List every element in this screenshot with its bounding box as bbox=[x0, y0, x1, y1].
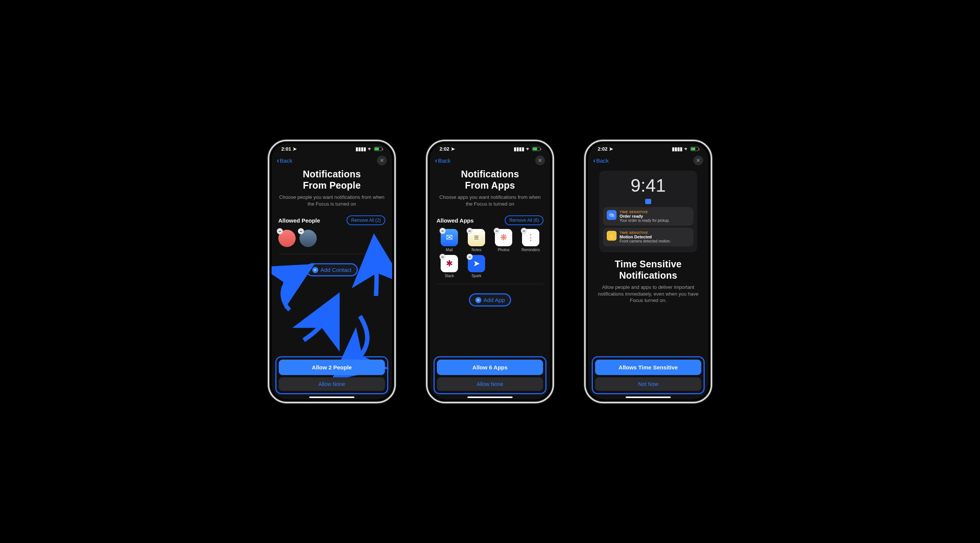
chevron-left-icon: ‹ bbox=[277, 157, 279, 165]
app-icon: –✱ bbox=[441, 255, 458, 272]
location-icon: ➤ bbox=[609, 146, 613, 152]
lockscreen-preview: 9:41 🛍TIME SENSITIVEOrder readyYour orde… bbox=[599, 171, 697, 252]
app-icon: –➤ bbox=[468, 255, 485, 272]
footer-buttons: Allows Time Sensitive Not Now bbox=[592, 356, 705, 394]
phone-time-sensitive: 2:02➤ ▮▮▮▮ᯤ ‹Back ✕ 9:41 🛍TIME SENSITIVE… bbox=[584, 140, 712, 403]
battery-icon bbox=[532, 147, 541, 151]
page-title: NotificationsFrom People bbox=[278, 168, 385, 191]
add-contact-button[interactable]: ＋ Add Contact bbox=[306, 263, 358, 276]
app-label: Spark bbox=[471, 274, 481, 278]
remove-app-icon[interactable]: – bbox=[467, 228, 473, 234]
footer-buttons: Allow 6 Apps Allow None bbox=[433, 356, 547, 394]
close-button[interactable]: ✕ bbox=[377, 156, 387, 165]
allowed-contact[interactable]: – bbox=[278, 230, 296, 247]
app-icon: –⋮ bbox=[522, 229, 539, 246]
notification-tag: TIME SENSITIVE bbox=[620, 210, 690, 214]
add-app-button[interactable]: ＋ Add App bbox=[469, 293, 511, 306]
allowed-app[interactable]: –⋮Reminders bbox=[518, 229, 544, 252]
app-label: Notes bbox=[471, 248, 481, 252]
signal-icon: ▮▮▮▮ bbox=[672, 146, 682, 152]
wifi-icon: ᯤ bbox=[368, 146, 372, 152]
allow-none-button[interactable]: Allow None bbox=[437, 377, 543, 391]
phone-apps: 2:02➤ ▮▮▮▮ᯤ ‹Back ✕ NotificationsFrom Ap… bbox=[426, 140, 554, 403]
chevron-left-icon: ‹ bbox=[435, 157, 437, 165]
notification-app-icon: 🛍 bbox=[607, 210, 617, 220]
status-bar: 2:01➤ ▮▮▮▮ᯤ bbox=[272, 143, 392, 152]
preview-notification: ⌂TIME SENSITIVEMotion DetectedFront came… bbox=[603, 228, 694, 246]
divider bbox=[436, 284, 544, 284]
add-contact-label: Add Contact bbox=[320, 267, 352, 273]
remove-app-icon[interactable]: – bbox=[439, 228, 445, 234]
signal-icon: ▮▮▮▮ bbox=[514, 146, 524, 152]
location-icon: ➤ bbox=[451, 146, 455, 152]
status-time: 2:02 bbox=[598, 146, 608, 152]
status-bar: 2:02➤ ▮▮▮▮ᯤ bbox=[588, 143, 708, 152]
preview-notification: 🛍TIME SENSITIVEOrder readyYour order is … bbox=[603, 207, 694, 225]
divider bbox=[278, 254, 385, 254]
close-button[interactable]: ✕ bbox=[535, 156, 545, 165]
close-button[interactable]: ✕ bbox=[694, 156, 703, 165]
back-button[interactable]: ‹Back bbox=[277, 157, 292, 165]
preview-time: 9:41 bbox=[603, 175, 694, 196]
close-icon: ✕ bbox=[696, 157, 700, 164]
allowed-people-label: Allowed People bbox=[278, 217, 320, 224]
chevron-left-icon: ‹ bbox=[593, 157, 595, 165]
app-label: Photos bbox=[498, 248, 509, 252]
app-label: Mail bbox=[446, 248, 453, 252]
status-time: 2:02 bbox=[439, 146, 449, 152]
app-icon: –❋ bbox=[495, 229, 512, 246]
allow-apps-button[interactable]: Allow 6 Apps bbox=[437, 360, 543, 375]
allowed-app[interactable]: –≡Notes bbox=[464, 229, 489, 252]
back-label: Back bbox=[280, 157, 292, 164]
back-button[interactable]: ‹Back bbox=[435, 157, 450, 165]
app-icon: –≡ bbox=[468, 229, 485, 246]
app-label: Slack bbox=[445, 274, 454, 278]
remove-contact-icon[interactable]: – bbox=[277, 228, 283, 234]
add-app-label: Add App bbox=[484, 297, 505, 303]
app-label: Reminders bbox=[522, 248, 540, 252]
remove-app-icon[interactable]: – bbox=[439, 254, 445, 260]
remove-contact-icon[interactable]: – bbox=[298, 228, 304, 234]
status-bar: 2:02➤ ▮▮▮▮ᯤ bbox=[430, 143, 550, 152]
preview-chip-icon bbox=[645, 199, 651, 204]
allow-time-sensitive-button[interactable]: Allows Time Sensitive bbox=[595, 360, 701, 375]
allowed-contact[interactable]: – bbox=[299, 230, 317, 247]
remove-app-icon[interactable]: – bbox=[467, 254, 473, 260]
allowed-app[interactable]: –✱Slack bbox=[436, 255, 462, 278]
notification-title: Order ready bbox=[620, 214, 690, 218]
close-icon: ✕ bbox=[380, 157, 384, 164]
page-subtitle: Allow people and apps to deliver importa… bbox=[595, 284, 702, 304]
home-indicator[interactable] bbox=[468, 397, 512, 398]
wifi-icon: ᯤ bbox=[684, 146, 689, 152]
not-now-button[interactable]: Not Now bbox=[595, 377, 701, 391]
status-time: 2:01 bbox=[282, 146, 291, 152]
remove-app-icon[interactable]: – bbox=[521, 228, 527, 234]
page-title: NotificationsFrom Apps bbox=[436, 168, 544, 191]
allow-none-button[interactable]: Allow None bbox=[279, 377, 385, 391]
notification-title: Motion Detected bbox=[620, 235, 690, 239]
plus-icon: ＋ bbox=[312, 267, 318, 273]
home-indicator[interactable] bbox=[309, 397, 355, 398]
phone-people: 2:01➤ ▮▮▮▮ᯤ ‹Back ✕ NotificationsFrom Pe… bbox=[268, 140, 396, 403]
app-icon: –✉︎ bbox=[441, 229, 458, 246]
back-button[interactable]: ‹Back bbox=[593, 157, 609, 165]
signal-icon: ▮▮▮▮ bbox=[356, 146, 366, 152]
remove-all-button[interactable]: Remove All (6) bbox=[505, 215, 544, 225]
allow-people-button[interactable]: Allow 2 People bbox=[279, 360, 385, 375]
screen: 2:01➤ ▮▮▮▮ᯤ ‹Back ✕ NotificationsFrom Pe… bbox=[272, 143, 392, 400]
back-label: Back bbox=[596, 157, 609, 164]
remove-app-icon[interactable]: – bbox=[494, 228, 500, 234]
allowed-app[interactable]: –✉︎Mail bbox=[436, 229, 462, 252]
allowed-app[interactable]: –❋Photos bbox=[491, 229, 516, 252]
navbar: ‹Back ✕ bbox=[272, 152, 392, 168]
allowed-app[interactable]: –➤Spark bbox=[464, 255, 489, 278]
page-subtitle: Choose people you want notifications fro… bbox=[278, 194, 385, 207]
notification-body: Your order is ready for pickup. bbox=[620, 218, 690, 222]
back-label: Back bbox=[438, 157, 450, 164]
notification-app-icon: ⌂ bbox=[607, 231, 617, 241]
battery-icon bbox=[690, 147, 698, 151]
notification-body: Front camera detected motion. bbox=[620, 239, 690, 243]
allowed-apps-label: Allowed Apps bbox=[436, 217, 474, 224]
home-indicator[interactable] bbox=[625, 397, 671, 398]
remove-all-button[interactable]: Remove All (2) bbox=[347, 215, 385, 225]
